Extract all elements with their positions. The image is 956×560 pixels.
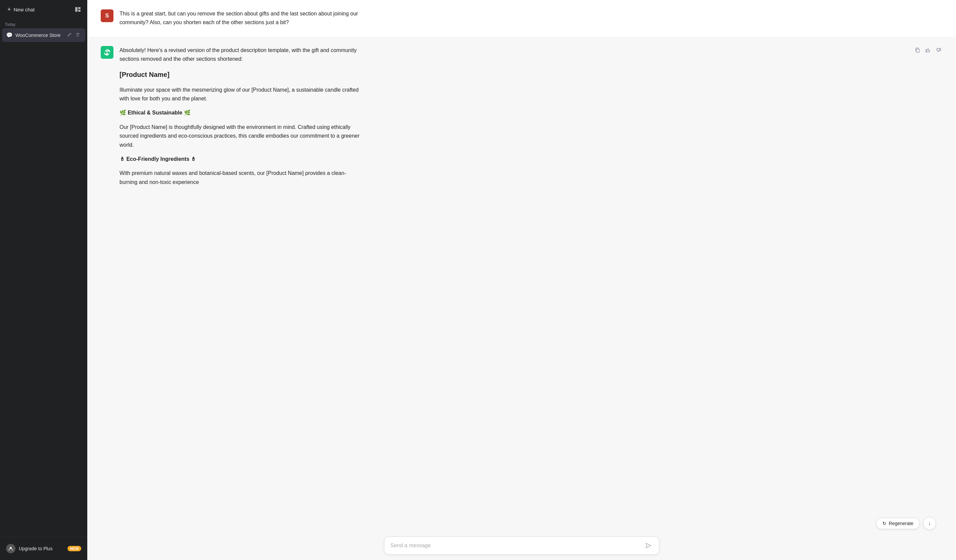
ai-product-name: [Product Name]: [120, 69, 361, 80]
ai-actions: [914, 46, 943, 55]
regenerate-label: Regenerate: [889, 521, 914, 526]
chat-item-woocommerce[interactable]: 💬 WooCommerce Store: [2, 28, 85, 42]
chat-item-icon: 💬: [6, 32, 13, 38]
svg-rect-4: [917, 49, 920, 52]
user-avatar-icon: [6, 544, 16, 553]
sidebar-top: + New chat: [0, 0, 87, 19]
new-chat-button[interactable]: + New chat: [4, 4, 69, 15]
edit-chat-button[interactable]: [66, 31, 73, 39]
regenerate-icon: ↻: [882, 521, 887, 526]
svg-rect-5: [926, 50, 927, 52]
copy-icon: [915, 47, 920, 53]
ai-section-2-title: 🌿 Ethical & Sustainable 🌿: [120, 110, 191, 115]
sidebar-toggle-button[interactable]: [72, 3, 84, 16]
today-label: Today: [0, 19, 87, 28]
chat-item-label: WooCommerce Store: [16, 33, 63, 38]
ai-message: Absolutely! Here's a revised version of …: [87, 36, 956, 196]
new-badge: NEW: [68, 546, 81, 551]
delete-chat-button[interactable]: [74, 31, 81, 39]
ai-paragraph-2: Our [Product Name] is thoughtfully desig…: [120, 123, 361, 149]
svg-rect-6: [940, 48, 941, 51]
scroll-down-button[interactable]: ↓: [923, 517, 936, 530]
ai-avatar: [101, 46, 113, 59]
upgrade-item[interactable]: Upgrade to Plus NEW: [2, 541, 85, 557]
input-area: [87, 532, 956, 560]
svg-rect-1: [78, 7, 80, 9]
new-chat-label: New chat: [14, 7, 35, 13]
user-message: S This is a great start, but can you rem…: [87, 0, 956, 36]
ai-intro: Absolutely! Here's a revised version of …: [120, 46, 361, 64]
trash-icon: [75, 32, 80, 37]
openai-logo-icon: [104, 49, 111, 56]
thumbsup-icon: [925, 47, 931, 53]
send-icon: [645, 542, 651, 549]
chat-item-actions: [66, 31, 81, 39]
copy-button[interactable]: [914, 46, 922, 55]
thumbsup-button[interactable]: [924, 46, 932, 55]
sidebar: + New chat Today 💬 WooCommerce Store: [0, 0, 87, 560]
layout-icon: [74, 6, 81, 13]
send-button[interactable]: [643, 541, 653, 550]
chat-area: S This is a great start, but can you rem…: [87, 0, 956, 532]
pencil-icon: [67, 32, 72, 37]
thumbsdown-button[interactable]: [934, 46, 943, 55]
regenerate-button[interactable]: ↻ Regenerate: [876, 518, 920, 529]
ai-paragraph-3: With premium natural waxes and botanical…: [120, 169, 361, 187]
main-chat: S This is a great start, but can you rem…: [87, 0, 956, 560]
thumbsdown-icon: [936, 47, 941, 53]
upgrade-label: Upgrade to Plus: [19, 546, 64, 551]
user-avatar: S: [101, 9, 113, 22]
svg-rect-0: [75, 7, 77, 12]
scroll-down-icon: ↓: [928, 520, 931, 527]
input-wrapper: [384, 536, 659, 555]
floating-buttons: ↻ Regenerate ↓: [876, 517, 936, 530]
ai-section-3-title: 🕯 Eco-Friendly Ingredients 🕯: [120, 156, 196, 162]
ai-content: Absolutely! Here's a revised version of …: [120, 46, 361, 187]
user-message-text: This is a great start, but can you remov…: [120, 9, 361, 27]
svg-rect-2: [78, 10, 80, 12]
sidebar-bottom: Upgrade to Plus NEW: [0, 537, 87, 560]
ai-paragraph-1: Illuminate your space with the mesmerizi…: [120, 86, 361, 104]
message-input[interactable]: [390, 543, 643, 549]
plus-icon: +: [7, 6, 11, 13]
